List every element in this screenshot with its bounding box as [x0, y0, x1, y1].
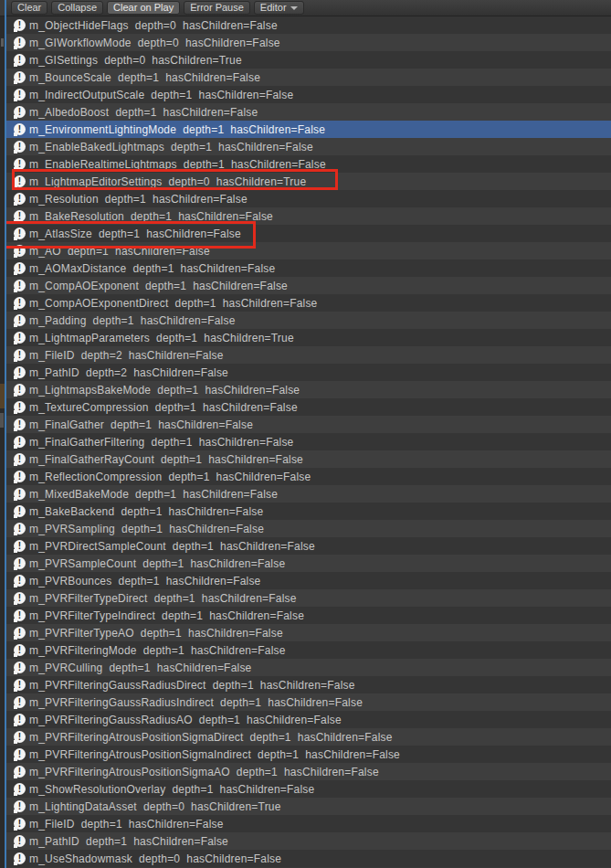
info-log-icon: [14, 349, 26, 361]
info-log-icon: [14, 523, 26, 535]
info-log-icon: [14, 592, 26, 604]
log-row[interactable]: m_ShowResolutionOverlay depth=1 hasChild…: [6, 780, 611, 798]
log-row-text: m_FinalGatherRayCount depth=1 hasChildre…: [29, 453, 303, 466]
log-row[interactable]: m_PathID depth=2 hasChildren=False: [6, 364, 611, 381]
log-row-text: m_Resolution depth=1 hasChildren=False: [29, 193, 248, 206]
clear-on-play-toggle[interactable]: Clear on Play: [107, 1, 180, 15]
log-row[interactable]: m_LightmapsBakeMode depth=1 hasChildren=…: [6, 381, 611, 398]
log-row-text: m_PVRFilterTypeAO depth=1 hasChildren=Fa…: [29, 627, 283, 640]
log-row[interactable]: m_PVRFilteringAtrousPositionSigmaIndirec…: [6, 746, 611, 763]
log-row-text: m_BakeBackend depth=1 hasChildren=False: [29, 505, 263, 518]
log-row[interactable]: m_GIWorkflowMode depth=0 hasChildren=Fal…: [6, 34, 611, 51]
log-row-text: m_PathID depth=2 hasChildren=False: [29, 366, 228, 379]
info-log-icon: [14, 748, 26, 760]
log-row[interactable]: m_PVRFilterTypeDirect depth=1 hasChildre…: [6, 589, 611, 607]
log-row[interactable]: m_FileID depth=2 hasChildren=False: [6, 346, 611, 364]
log-row[interactable]: m_EnvironmentLightingMode depth=1 hasChi…: [6, 121, 611, 138]
info-log-icon: [14, 627, 26, 639]
log-row[interactable]: m_LightingDataAsset depth=0 hasChildren=…: [6, 798, 611, 815]
annotation-red-box-atlas-size: [6, 221, 256, 249]
log-row[interactable]: m_Resolution depth=1 hasChildren=False: [6, 190, 611, 207]
editor-dropdown[interactable]: Editor: [254, 1, 304, 15]
log-row[interactable]: m_FinalGather depth=1 hasChildren=False: [6, 416, 611, 433]
log-row-text: m_MixedBakeMode depth=1 hasChildren=Fals…: [29, 488, 278, 501]
background-window-fragment: [0, 413, 4, 428]
log-row[interactable]: m_ReflectionCompression depth=1 hasChild…: [6, 468, 611, 485]
log-row[interactable]: m_PVRDirectSampleCount depth=1 hasChildr…: [6, 537, 611, 555]
log-row[interactable]: m_PVRFilterTypeAO depth=1 hasChildren=Fa…: [6, 624, 611, 641]
log-row[interactable]: m_IndirectOutputScale depth=1 hasChildre…: [6, 86, 611, 103]
info-log-icon: [14, 193, 26, 205]
log-row-text: m_AlbedoBoost depth=1 hasChildren=False: [29, 106, 258, 119]
log-row[interactable]: m_PVRFilteringGaussRadiusAO depth=1 hasC…: [6, 711, 611, 728]
log-row-text: m_FinalGather depth=1 hasChildren=False: [29, 418, 253, 431]
log-row[interactable]: m_ObjectHideFlags depth=0 hasChildren=Fa…: [6, 16, 611, 34]
log-row[interactable]: m_AOMaxDistance depth=1 hasChildren=Fals…: [6, 259, 611, 277]
info-log-icon: [14, 280, 26, 291]
log-row[interactable]: m_BakeBackend depth=1 hasChildren=False: [6, 503, 611, 520]
info-log-icon: [14, 332, 26, 344]
log-row[interactable]: m_CompAOExponentDirect depth=1 hasChildr…: [6, 294, 611, 312]
log-row-text: m_GISettings depth=0 hasChildren=True: [29, 54, 242, 67]
log-row[interactable]: m_PVRFilteringGaussRadiusDirect depth=1 …: [6, 676, 611, 693]
info-log-icon: [14, 71, 26, 83]
log-row[interactable]: m_FileID depth=1 hasChildren=False: [6, 815, 611, 832]
log-row[interactable]: m_LightmapParameters depth=1 hasChildren…: [6, 329, 611, 346]
console-window: Clear Collapse Clear on Play Error Pause…: [6, 0, 611, 868]
info-log-icon: [14, 609, 26, 621]
info-log-icon: [14, 783, 26, 795]
info-log-icon: [14, 297, 26, 309]
log-row[interactable]: m_MixedBakeMode depth=1 hasChildren=Fals…: [6, 485, 611, 503]
log-row[interactable]: m_BounceScale depth=1 hasChildren=False: [6, 69, 611, 86]
log-row[interactable]: m_PVRCulling depth=1 hasChildren=False: [6, 659, 611, 676]
log-row[interactable]: m_UseShadowmask depth=0 hasChildren=Fals…: [6, 850, 611, 867]
log-row[interactable]: m_PVRFilteringMode depth=1 hasChildren=F…: [6, 641, 611, 659]
log-row-text: m_LightmapsBakeMode depth=1 hasChildren=…: [29, 384, 300, 397]
log-row[interactable]: m_PVRSampleCount depth=1 hasChildren=Fal…: [6, 555, 611, 572]
log-list[interactable]: m_ObjectHideFlags depth=0 hasChildren=Fa…: [6, 16, 611, 867]
log-row-text: m_AOMaxDistance depth=1 hasChildren=Fals…: [29, 262, 275, 275]
log-row[interactable]: m_CompAOExponent depth=1 hasChildren=Fal…: [6, 277, 611, 294]
log-row-text: m_PVRFilterTypeIndirect depth=1 hasChild…: [29, 609, 304, 622]
log-row[interactable]: m_PVRFilteringAtrousPositionSigmaDirect …: [6, 728, 611, 746]
log-row[interactable]: m_FinalGatherFiltering depth=1 hasChildr…: [6, 433, 611, 450]
log-row[interactable]: m_FinalGatherRayCount depth=1 hasChildre…: [6, 450, 611, 468]
log-row-text: m_PVRFilteringMode depth=1 hasChildren=F…: [29, 644, 286, 657]
log-row[interactable]: m_PVRBounces depth=1 hasChildren=False: [6, 572, 611, 589]
log-row[interactable]: m_PVRFilteringAtrousPositionSigmaAO dept…: [6, 763, 611, 780]
log-row-text: m_PVRCulling depth=1 hasChildren=False: [29, 662, 251, 674]
log-row-text: m_ObjectHideFlags depth=0 hasChildren=Fa…: [29, 19, 278, 32]
log-row[interactable]: m_TextureCompression depth=1 hasChildren…: [6, 398, 611, 416]
background-window-fragment: [1, 38, 4, 47]
log-row-text: m_FinalGatherFiltering depth=1 hasChildr…: [29, 436, 293, 449]
log-row-text: m_PVRFilteringGaussRadiusIndirect depth=…: [29, 696, 363, 709]
info-log-icon: [14, 384, 26, 396]
log-row[interactable]: m_AlbedoBoost depth=1 hasChildren=False: [6, 103, 611, 121]
log-row[interactable]: m_PVRSampling depth=1 hasChildren=False: [6, 520, 611, 537]
info-log-icon: [14, 453, 26, 465]
log-row-text: m_PVRFilteringGaussRadiusAO depth=1 hasC…: [29, 714, 342, 726]
panel-divider[interactable]: [5, 0, 6, 868]
log-row[interactable]: m_PathID depth=1 hasChildren=False: [6, 832, 611, 850]
error-pause-toggle[interactable]: Error Pause: [184, 1, 250, 15]
log-row-text: m_EnvironmentLightingMode depth=1 hasChi…: [29, 123, 325, 136]
log-row[interactable]: m_PVRFilteringGaussRadiusIndirect depth=…: [6, 693, 611, 711]
info-log-icon: [14, 418, 26, 430]
log-row-text: m_GIWorkflowMode depth=0 hasChildren=Fal…: [29, 37, 280, 49]
clear-button[interactable]: Clear: [11, 1, 47, 15]
info-log-icon: [14, 314, 26, 326]
info-log-icon: [14, 679, 26, 691]
chevron-down-icon: [290, 6, 298, 10]
log-row-text: m_FileID depth=2 hasChildren=False: [29, 349, 224, 362]
info-log-icon: [14, 19, 26, 31]
info-log-icon: [14, 644, 26, 656]
info-log-icon: [14, 540, 26, 552]
info-log-icon: [14, 436, 26, 448]
log-row[interactable]: m_Padding depth=1 hasChildren=False: [6, 312, 611, 329]
log-row[interactable]: m_EnableBakedLightmaps depth=1 hasChildr…: [6, 138, 611, 155]
log-row[interactable]: m_GISettings depth=0 hasChildren=True: [6, 51, 611, 69]
log-row-text: m_PVRDirectSampleCount depth=1 hasChildr…: [29, 540, 315, 553]
collapse-toggle[interactable]: Collapse: [51, 1, 103, 15]
log-row[interactable]: m_PVRFilterTypeIndirect depth=1 hasChild…: [6, 607, 611, 624]
info-log-icon: [14, 471, 26, 482]
